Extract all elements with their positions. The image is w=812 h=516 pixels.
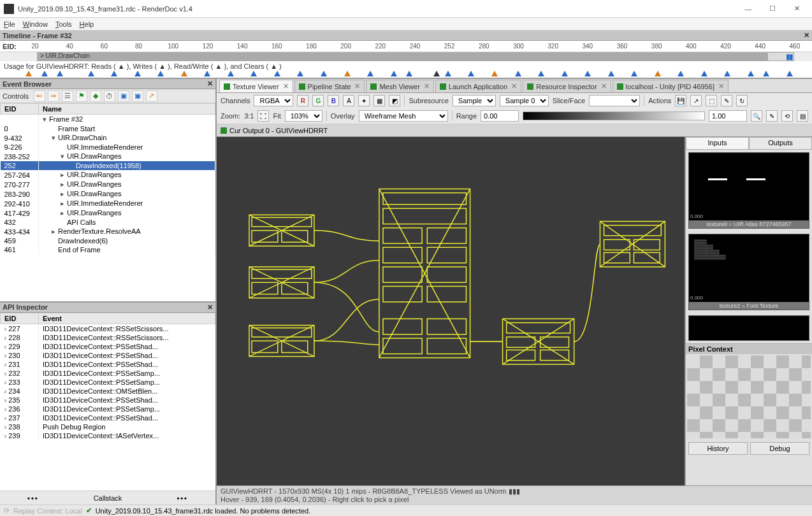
- event-browser-table[interactable]: EID Name ▾Frame #320Frame Start9-432▾UIR…: [0, 103, 215, 301]
- close-button[interactable]: ✕: [785, 2, 808, 16]
- timeline-ruler[interactable]: EID: 20 40 60 80 100 120 140 160 180 200…: [0, 41, 812, 52]
- sample-select[interactable]: Sample 0: [500, 95, 549, 106]
- channel-a-toggle[interactable]: A: [343, 95, 354, 106]
- flag-button[interactable]: ⚑: [76, 90, 87, 102]
- api-row[interactable]: 239ID3D11DeviceContext::IASetVertex...: [1, 431, 215, 440]
- panel-close-icon[interactable]: ✕: [207, 80, 213, 88]
- open-button[interactable]: ↗: [690, 95, 702, 106]
- tab-pipeline-state[interactable]: Pipeline State✕: [294, 80, 365, 92]
- event-row[interactable]: 283-290▸UIR.DrawRanges: [1, 189, 215, 199]
- reset-button[interactable]: ✎: [766, 110, 778, 122]
- tab-close-icon[interactable]: ✕: [511, 82, 517, 90]
- zoom-pct-select[interactable]: 103%: [285, 110, 323, 122]
- tab-texture-viewer[interactable]: Texture Viewer✕: [219, 80, 293, 92]
- menu-window[interactable]: Window: [23, 20, 48, 28]
- tab-close-icon[interactable]: ✕: [601, 82, 607, 90]
- event-row[interactable]: 0Frame Start: [1, 124, 215, 133]
- side-tab-outputs[interactable]: Outputs: [749, 137, 812, 150]
- minimize-button[interactable]: —: [737, 2, 760, 16]
- callstack-next[interactable]: •••: [177, 494, 188, 502]
- extra-button[interactable]: ▤: [797, 110, 808, 122]
- api-row[interactable]: 231ID3D11DeviceContext::PSSetShad...: [1, 360, 215, 369]
- event-row[interactable]: 459DrawIndexed(6): [1, 236, 215, 245]
- texture-canvas[interactable]: [217, 137, 685, 485]
- range-max-input[interactable]: [709, 110, 747, 122]
- event-row[interactable]: 9-226UIR.ImmediateRenderer: [1, 143, 215, 152]
- subresource-select[interactable]: Sample: [453, 95, 496, 106]
- api-row[interactable]: 229ID3D11DeviceContext::PSSetShad...: [1, 342, 215, 351]
- menu-file[interactable]: File: [4, 20, 15, 28]
- time-button[interactable]: ⏱: [104, 90, 115, 102]
- api-row[interactable]: 238Push Debug Region: [1, 422, 215, 431]
- more-button[interactable]: ↻: [736, 95, 748, 106]
- input-thumbnail-2[interactable]: [688, 315, 809, 341]
- range-min-input[interactable]: [481, 110, 519, 122]
- autofit-button[interactable]: 🔍: [751, 110, 762, 122]
- api-row[interactable]: 237ID3D11DeviceContext::PSSetShad...: [1, 413, 215, 422]
- side-tab-inputs[interactable]: Inputs: [686, 137, 749, 150]
- channel-g-toggle[interactable]: G: [312, 95, 324, 106]
- bookmark-button[interactable]: ◆: [90, 90, 101, 102]
- timeline-bar[interactable]: > UIR.DrawChain ▮▮: [37, 52, 794, 61]
- channel-b-toggle[interactable]: B: [328, 95, 339, 106]
- tab-resource-inspector[interactable]: Resource Inspector✕: [523, 80, 611, 92]
- col-name[interactable]: Name: [39, 104, 215, 115]
- col-eid[interactable]: EID: [1, 104, 39, 115]
- grid-button[interactable]: ▦: [373, 95, 385, 106]
- tab-close-icon[interactable]: ✕: [354, 82, 360, 90]
- api-inspector-table[interactable]: EID Event 227ID3D11DeviceContext::RSSetS…: [0, 313, 215, 491]
- flip-button[interactable]: ✦: [358, 95, 370, 106]
- event-row[interactable]: 432API Calls: [1, 218, 215, 227]
- panel-close-icon[interactable]: ✕: [207, 303, 213, 312]
- filter-button[interactable]: ▣: [118, 90, 129, 102]
- col-event[interactable]: Event: [39, 313, 215, 324]
- export-button[interactable]: ↗: [146, 90, 157, 102]
- background-button[interactable]: ◩: [389, 95, 400, 106]
- event-row[interactable]: 9-432▾UIR.DrawChain: [1, 133, 215, 143]
- menu-tools[interactable]: Tools: [55, 20, 72, 28]
- goto-button[interactable]: ⬚: [706, 95, 717, 106]
- event-row[interactable]: 252DrawIndexed(11958): [1, 161, 215, 170]
- histogram-button[interactable]: ⟲: [781, 110, 793, 122]
- replay-context[interactable]: ⟳: [4, 506, 10, 515]
- api-row[interactable]: 227ID3D11DeviceContext::RSSetScissors...: [1, 324, 215, 333]
- event-row[interactable]: 270-277▸UIR.DrawRanges: [1, 180, 215, 189]
- api-row[interactable]: 230ID3D11DeviceContext::PSSetShad...: [1, 351, 215, 360]
- history-button[interactable]: History: [688, 442, 748, 455]
- pixel-button[interactable]: ✎: [721, 95, 732, 106]
- tab-localhost[interactable]: localhost - Unity [PID 46956]✕: [613, 80, 729, 92]
- menu-help[interactable]: Help: [80, 20, 94, 28]
- input-thumbnail-0[interactable]: 0.000 texture0 = UIR Atlas 8727465957: [688, 152, 809, 229]
- save-button[interactable]: 💾: [675, 95, 686, 106]
- maximize-button[interactable]: ☐: [761, 2, 784, 16]
- toolbar-button[interactable]: ☰: [62, 90, 73, 102]
- api-row[interactable]: 228ID3D11DeviceContext::RSSetScissors...: [1, 333, 215, 342]
- tab-close-icon[interactable]: ✕: [718, 82, 724, 90]
- event-row[interactable]: 292-410▸UIR.ImmediateRenderer: [1, 199, 215, 208]
- event-row[interactable]: 257-264▸UIR.DrawRanges: [1, 170, 215, 180]
- event-row[interactable]: 417-429▸UIR.DrawRanges: [1, 208, 215, 218]
- tab-mesh-viewer[interactable]: Mesh Viewer✕: [366, 80, 433, 92]
- select-button[interactable]: ▣: [132, 90, 143, 102]
- prev-draw-button[interactable]: ⇐: [34, 90, 45, 102]
- next-draw-button[interactable]: ⇒: [48, 90, 59, 102]
- range-slider[interactable]: [523, 111, 705, 120]
- api-row[interactable]: 233ID3D11DeviceContext::PSSetSamp...: [1, 378, 215, 387]
- debug-button[interactable]: Debug: [750, 442, 809, 455]
- texture-output-tab[interactable]: Cur Output 0 - GUIViewHDRRT: [217, 124, 812, 137]
- event-row[interactable]: 461End of Frame: [1, 245, 215, 254]
- tab-close-icon[interactable]: ✕: [424, 82, 430, 90]
- event-row[interactable]: ▾Frame #32: [1, 115, 215, 125]
- sliceface-select[interactable]: [589, 95, 640, 106]
- tab-launch-application[interactable]: Launch Application✕: [435, 80, 521, 92]
- api-row[interactable]: 235ID3D11DeviceContext::PSSetShad...: [1, 396, 215, 405]
- col-eid[interactable]: EID: [1, 313, 39, 324]
- channel-r-toggle[interactable]: R: [297, 95, 308, 106]
- pixel-context-view[interactable]: [687, 355, 811, 438]
- event-row[interactable]: 238-252▾UIR.DrawRanges: [1, 152, 215, 161]
- event-row[interactable]: 433-434▸RenderTexture.ResolveAA: [1, 227, 215, 236]
- callstack-prev[interactable]: •••: [27, 494, 39, 502]
- timeline-close-icon[interactable]: ✕: [804, 31, 809, 39]
- api-row[interactable]: 234ID3D11DeviceContext::OMSetBlen...: [1, 387, 215, 396]
- api-row[interactable]: 236ID3D11DeviceContext::PSSetSamp...: [1, 405, 215, 413]
